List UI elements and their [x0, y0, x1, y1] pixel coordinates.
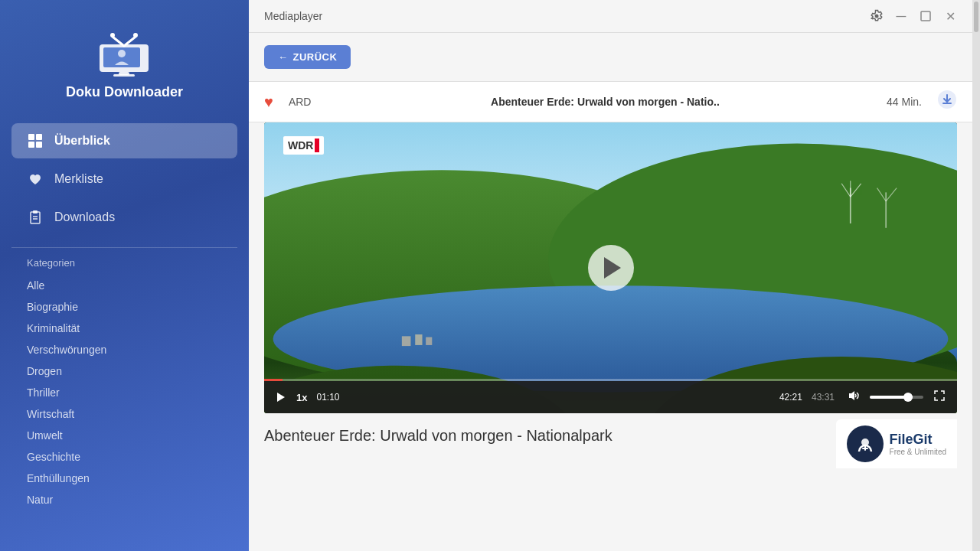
filegit-subtitle: Free & Unlimited — [890, 448, 946, 456]
sidebar-navigation: Überblick Merkliste — [0, 123, 249, 238]
wdr-text: WDR — [288, 139, 313, 152]
svg-rect-14 — [33, 210, 38, 214]
clipboard-icon — [27, 209, 44, 226]
player-controls: 1x 01:10 42:21 43:31 — [264, 381, 957, 413]
window-titlebar: Mediaplayer ─ ✕ — [249, 0, 972, 33]
category-wirtschaft[interactable]: Wirtschaft — [27, 403, 234, 425]
play-button[interactable] — [588, 245, 634, 291]
nav-label-overview: Überblick — [54, 134, 110, 148]
category-verschwoerungen[interactable]: Verschwörungen — [27, 339, 234, 360]
video-frame: WDR — [264, 122, 957, 413]
volume-slider[interactable] — [870, 396, 923, 399]
svg-point-6 — [118, 50, 126, 57]
category-thriller[interactable]: Thriller — [27, 382, 234, 403]
settings-button[interactable] — [870, 9, 884, 23]
grid-icon — [27, 132, 44, 149]
svg-rect-13 — [31, 212, 40, 223]
wdr-logo: WDR — [283, 136, 324, 155]
category-geschichte[interactable]: Geschichte — [27, 446, 234, 468]
time-total: 43:31 — [812, 392, 835, 403]
svg-rect-17 — [921, 11, 930, 21]
volume-thumb — [903, 393, 913, 402]
download-button[interactable] — [937, 90, 957, 114]
svg-rect-8 — [113, 74, 135, 77]
back-arrow-icon: ← — [278, 51, 289, 63]
back-button[interactable]: ← ZURÜCK — [264, 45, 351, 69]
sidebar-divider — [11, 247, 237, 248]
svg-point-3 — [133, 33, 138, 37]
back-bar: ← ZURÜCK — [249, 33, 972, 81]
category-list: Alle Biographie Kriminalität Verschwörun… — [0, 275, 249, 510]
svg-rect-9 — [28, 134, 34, 140]
categories-heading: Kategorien — [0, 257, 75, 269]
svg-marker-36 — [277, 393, 285, 402]
filegit-watermark: FileGit Free & Unlimited — [836, 419, 957, 468]
favorite-icon[interactable]: ♥ — [264, 93, 273, 111]
play-icon — [604, 257, 621, 279]
maximize-button[interactable] — [919, 9, 933, 23]
volume-button[interactable] — [847, 389, 861, 406]
video-title: Abenteuer Erde: Urwald von morgen - Nati… — [350, 96, 861, 108]
time-remaining: 42:21 — [779, 392, 802, 403]
filegit-name: FileGit — [890, 432, 946, 448]
fullscreen-button[interactable] — [933, 389, 946, 406]
nav-label-downloads: Downloads — [54, 210, 115, 224]
app-title: Doku Downloader — [66, 84, 183, 100]
tv-icon — [93, 23, 155, 77]
svg-point-2 — [110, 33, 115, 37]
content-area: ← ZURÜCK ♥ ARD Abenteuer Erde: Urwald vo… — [249, 33, 972, 551]
info-bar: ♥ ARD Abenteuer Erde: Urwald von morgen … — [249, 81, 972, 122]
svg-rect-10 — [36, 134, 42, 140]
video-duration: 44 Min. — [876, 96, 922, 108]
category-alle[interactable]: Alle — [27, 275, 234, 296]
minimize-button[interactable]: ─ — [894, 9, 908, 23]
window-title: Mediaplayer — [264, 10, 322, 22]
channel-label: ARD — [289, 96, 335, 108]
close-button[interactable]: ✕ — [943, 9, 957, 23]
category-biographie[interactable]: Biographie — [27, 296, 234, 318]
nav-label-watchlist: Merkliste — [54, 172, 103, 186]
svg-rect-12 — [36, 142, 42, 148]
time-current: 01:10 — [316, 392, 345, 403]
sidebar-item-downloads[interactable]: Downloads — [11, 200, 237, 235]
category-umwelt[interactable]: Umwelt — [27, 425, 234, 446]
description-area: Abenteuer Erde: Urwald von morgen - Nati… — [249, 413, 972, 476]
category-enthuellungen[interactable]: Enthüllungen — [27, 468, 234, 489]
category-kriminalitaet[interactable]: Kriminalität — [27, 318, 234, 339]
sidebar: Doku Downloader Überblick — [0, 0, 249, 551]
category-drogen[interactable]: Drogen — [27, 360, 234, 382]
heart-icon — [27, 171, 44, 187]
video-container: WDR — [264, 122, 957, 413]
wdr-bar — [315, 139, 319, 152]
play-pause-button[interactable] — [275, 391, 287, 403]
sidebar-item-overview[interactable]: Überblick — [11, 123, 237, 158]
description-title: Abenteuer Erde: Urwald von morgen - Nati… — [264, 427, 612, 444]
sidebar-item-watchlist[interactable]: Merkliste — [11, 161, 237, 197]
scrollbar[interactable] — [972, 0, 980, 551]
back-button-label: ZURÜCK — [293, 51, 338, 63]
svg-rect-11 — [28, 142, 34, 148]
window-controls: ─ ✕ — [870, 9, 957, 23]
category-natur[interactable]: Natur — [27, 489, 234, 510]
filegit-logo-icon — [847, 425, 884, 462]
speed-control[interactable]: 1x — [296, 392, 307, 403]
app-logo: Doku Downloader — [66, 23, 183, 100]
main-window: Mediaplayer ─ ✕ — [249, 0, 972, 551]
filegit-text: FileGit Free & Unlimited — [890, 432, 946, 456]
